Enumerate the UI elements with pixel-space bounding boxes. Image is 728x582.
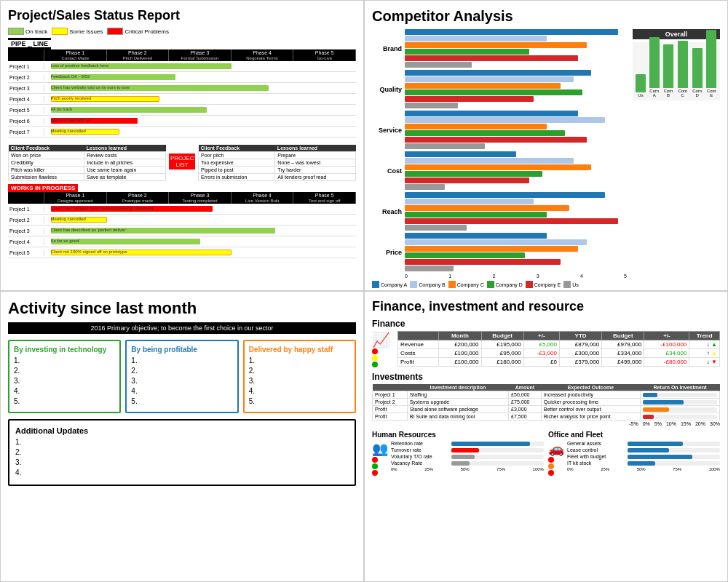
fleet-general: General assets: [567, 441, 720, 446]
quality-label: Quality: [372, 86, 405, 93]
pipeline-section: PIPE ⎯ LINE Phase 1Contact Made Phase 2P…: [8, 38, 356, 137]
legend-comp-a: Company A: [372, 281, 407, 288]
legend-critical-label: Critical Problems: [124, 28, 168, 35]
legend-us: Us: [563, 281, 579, 288]
investments-section: Investments Investment description Amoun…: [372, 372, 720, 426]
investments-title: Investments: [372, 372, 720, 382]
tech-3: 3.: [14, 377, 115, 385]
wip-row-5: Project 5 Client not 100% signed off on …: [8, 247, 356, 258]
legend-red-box: [107, 28, 123, 35]
staff-4: 4.: [249, 387, 350, 395]
quality-row: Quality: [372, 70, 627, 108]
update-3: 3.: [15, 458, 349, 466]
finance-title: Finance, investment and resource: [372, 299, 720, 314]
phase3-header: Phase 3Formal Submission: [169, 49, 232, 61]
pipeline-row-1-bar: Lots of positive feedback here: [44, 61, 356, 71]
inv-row-2: Project 2 Systems upgrade £75,000 Quicke…: [373, 399, 720, 406]
wip-row-3: Project 3 Client has described as 'perfe…: [8, 226, 356, 236]
hr-traffic-light: [372, 457, 388, 476]
panel-finance: Finance, investment and resource Finance…: [364, 291, 728, 582]
hr-content: 👥 Retention rate Turnove: [372, 441, 544, 476]
competitor-title: Competitor Analysis: [372, 8, 720, 25]
price-label: Price: [372, 249, 405, 256]
finance-icon: 📈: [372, 331, 390, 348]
fleet-lease: Lease control: [567, 447, 720, 453]
overall-section: Overall Us Com A Com B: [633, 29, 720, 288]
legend-yellow-box: [52, 28, 68, 35]
projects-icon: PROJECTS LIST: [167, 142, 197, 181]
feedback-table-left: Client FeedbackLessons learned Won on pr…: [8, 145, 166, 181]
panel-project-sales: Project/Sales Status Report On track Som…: [0, 0, 364, 291]
brand-label: Brand: [372, 45, 405, 52]
wip-row-4: Project 4 So far so good: [8, 236, 356, 247]
col-staff: Delivered by happy staff 1. 2. 3. 4. 5.: [243, 340, 356, 413]
tl-red-1: [372, 348, 378, 354]
fleet-content: 🚗 General assets Lease c: [548, 441, 720, 476]
tl-green-1: [372, 362, 378, 367]
phase1-header: Phase 1Contact Made: [44, 49, 107, 61]
staff-5: 5.: [249, 397, 350, 405]
service-row: Service: [372, 111, 627, 149]
phase4-header: Phase 4Negotiate Terms: [232, 49, 294, 61]
wip-section: WORKS IN PROGRESS Phase 1Designs approve…: [8, 184, 356, 258]
pipeline-row-1-name: Project 1: [8, 63, 44, 70]
feedback-table-right: Client FeedbackLessons learned Poor pitc…: [198, 145, 356, 181]
tech-4: 4.: [14, 387, 115, 395]
hr-turnover: Turnover rate: [391, 447, 544, 453]
hr-fleet-section: Human Resources 👥 Retention rate: [372, 431, 720, 476]
vbar-us: Us: [636, 74, 646, 97]
staff-1: 1.: [249, 356, 350, 364]
feedback-area: Client FeedbackLessons learned Won on pr…: [8, 142, 356, 181]
pipeline-row-6: Project 6 Will not meet with us: [8, 116, 356, 127]
pipeline-row-4: Project 4 Pitch poorly received: [8, 94, 356, 105]
pipeline-row-7: Project 7 Meeting cancelled: [8, 127, 356, 137]
price-row: Price: [372, 233, 627, 271]
legend-comp-d: Company D: [487, 281, 523, 288]
activity-title: Activity since last month: [8, 299, 356, 318]
vbar-comc: Com C: [677, 41, 689, 97]
wip-header: Phase 1Designs approved Phase 2Prototype…: [8, 192, 356, 204]
pipeline-row-1: Project 1 Lots of positive feedback here: [8, 61, 356, 72]
hr-vacancy: Vacancy Rate: [391, 461, 544, 466]
comp-bar-chart: Brand Quality: [372, 29, 627, 288]
cost-label: Cost: [372, 167, 405, 175]
update-4: 4.: [15, 469, 349, 477]
vbar-comb: Com B: [662, 44, 674, 97]
profit-1: 1.: [131, 356, 232, 364]
update-2: 2.: [15, 448, 349, 456]
additional-updates-box: Additional Updates 1. 2. 3. 4.: [8, 419, 356, 486]
profit-5: 5.: [131, 397, 232, 405]
finance-section-title: Finance: [372, 319, 720, 329]
service-label: Service: [372, 127, 405, 134]
fleet-title: Office and Fleet: [548, 431, 720, 439]
pipeline-row-3: Project 3 Client has verbally told us it…: [8, 83, 356, 94]
finance-profit-row: Profit £100,000 £180,000 £0 £379,000 £49…: [398, 358, 720, 367]
overall-bar-chart: Us Com A Com B Com C: [633, 42, 720, 100]
hr-axis: 0%25%50%75%100%: [391, 467, 544, 471]
col-technology: By investing in technology 1. 2. 3. 4. 5…: [8, 340, 121, 413]
cost-row: Cost: [372, 151, 627, 190]
legend-comp-b: Company B: [410, 281, 446, 288]
profit-4: 4.: [131, 387, 232, 395]
update-1: 1.: [15, 438, 349, 446]
fleet-icon-tl: 🚗: [548, 441, 564, 476]
pipeline-label: PIPE ⎯ LINE: [8, 38, 51, 49]
brand-bars: [405, 29, 627, 68]
finance-table: Month Budget +/- YTD Budget +/- Trend Re…: [397, 331, 720, 367]
inv-row-3: Profit Stand alone software package £3,0…: [373, 406, 720, 413]
wip-row-1: Project 1 Client has changed mind having…: [8, 204, 356, 215]
tl-yellow-1: [372, 355, 378, 361]
legend-comp-c: Company C: [448, 281, 484, 288]
hr-bars: Retention rate Turnover rate Voluntary T…: [391, 441, 544, 471]
brand-row: Brand: [372, 29, 627, 68]
phase5-header: Phase 5Go-Live: [293, 49, 356, 61]
comp-axis: 012345: [372, 274, 627, 279]
vbar-comd: Com D: [692, 48, 703, 97]
staff-2: 2.: [249, 367, 350, 375]
legend-on-track-label: On track: [25, 28, 47, 35]
finance-icon-area: 📈: [372, 331, 390, 367]
finance-costs-row: Costs £100,000 £95,000 -£3,000 £300,000 …: [398, 349, 720, 358]
legend-some-issues: Some Issues: [52, 28, 103, 35]
finance-table-wrap: Month Budget +/- YTD Budget +/- Trend Re…: [397, 331, 720, 367]
fleet-section: Office and Fleet 🚗 General assets: [548, 431, 720, 476]
